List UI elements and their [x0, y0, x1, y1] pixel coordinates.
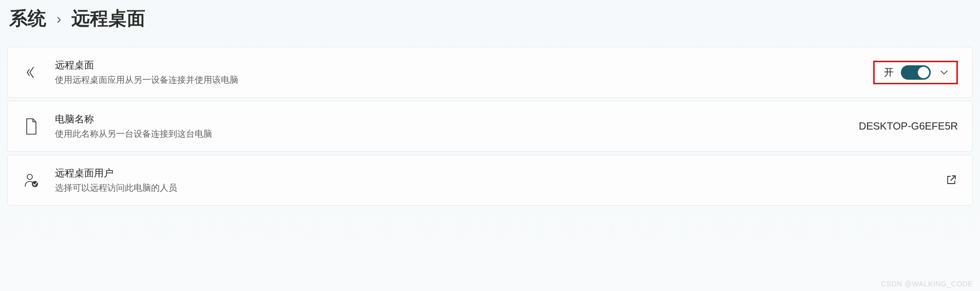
setting-title: 远程桌面用户: [55, 167, 931, 180]
setting-remote-desktop[interactable]: 远程桌面 使用远程桌面应用从另一设备连接并使用该电脑 开: [7, 47, 973, 98]
breadcrumb-current: 远程桌面: [71, 6, 145, 31]
pc-name-value: DESKTOP-G6EFE5R: [859, 120, 958, 132]
setting-pc-name[interactable]: 电脑名称 使用此名称从另一台设备连接到这台电脑 DESKTOP-G6EFE5R: [7, 101, 973, 152]
toggle-state-label: 开: [884, 66, 894, 79]
chevron-right-icon: ›: [56, 11, 61, 27]
svg-point-1: [32, 181, 38, 187]
setting-text: 电脑名称 使用此名称从另一台设备连接到这台电脑: [55, 113, 844, 140]
breadcrumb: 系统 › 远程桌面: [0, 0, 980, 47]
setting-desc: 选择可以远程访问此电脑的人员: [55, 182, 931, 194]
setting-desc: 使用远程桌面应用从另一设备连接并使用该电脑: [55, 74, 859, 86]
setting-text: 远程桌面 使用远程桌面应用从另一设备连接并使用该电脑: [55, 59, 859, 86]
breadcrumb-parent[interactable]: 系统: [9, 6, 46, 31]
setting-remote-desktop-users[interactable]: 远程桌面用户 选择可以远程访问此电脑的人员: [7, 155, 973, 206]
toggle-knob: [918, 67, 929, 78]
setting-trailing: [946, 174, 958, 187]
toggle-highlight-box: 开: [873, 61, 958, 84]
setting-title: 远程桌面: [55, 59, 859, 72]
remote-desktop-toggle[interactable]: [901, 65, 931, 80]
watermark: CSDN @WALKING_CODE: [881, 280, 973, 288]
setting-title: 电脑名称: [55, 113, 844, 126]
setting-desc: 使用此名称从另一台设备连接到这台电脑: [55, 128, 844, 140]
settings-list: 远程桌面 使用远程桌面应用从另一设备连接并使用该电脑 开: [0, 47, 980, 206]
remote-desktop-icon: [22, 63, 41, 82]
chevron-down-icon[interactable]: [938, 66, 950, 79]
setting-trailing: 开: [873, 61, 958, 84]
open-external-icon[interactable]: [946, 174, 958, 187]
document-icon: [22, 117, 41, 136]
setting-trailing: DESKTOP-G6EFE5R: [859, 120, 958, 132]
users-check-icon: [22, 171, 41, 190]
svg-point-0: [27, 174, 32, 179]
setting-text: 远程桌面用户 选择可以远程访问此电脑的人员: [55, 167, 931, 194]
